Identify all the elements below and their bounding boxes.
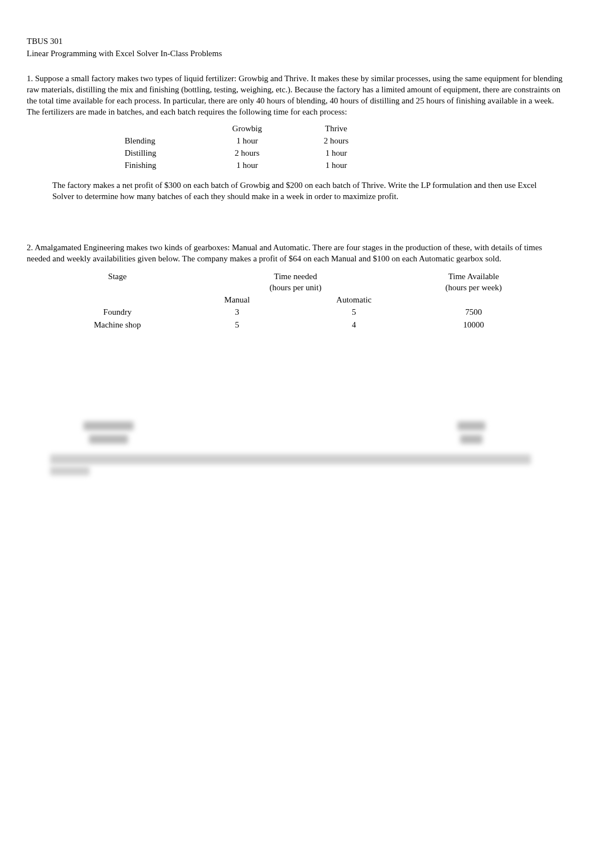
problem-1-followup: The factory makes a net profit of $300 o… — [52, 180, 553, 202]
table-cell-empty — [412, 294, 535, 306]
table-cell: 5 — [296, 306, 412, 318]
table-cell: Machine shop — [56, 319, 179, 331]
problem-1-intro: 1. Suppose a small factory makes two typ… — [27, 73, 564, 118]
table-row: Machine shop 5 4 10000 — [56, 319, 535, 331]
table-subheader-cell: Automatic — [296, 294, 412, 306]
obscured-text — [50, 467, 90, 475]
table-header-row: Growbig Thrive — [119, 122, 381, 135]
table-header-cell: Time Available (hours per week) — [412, 270, 535, 294]
table-cell: 1 hour — [203, 159, 292, 171]
table-cell: 2 hours — [203, 147, 292, 159]
table-row: Blending 1 hour 2 hours — [119, 135, 381, 147]
table-header-cell: Growbig — [203, 122, 292, 135]
table-subheader-cell: Manual — [179, 294, 296, 306]
table-header-cell: Thrive — [292, 122, 381, 135]
problem-1: 1. Suppose a small factory makes two typ… — [27, 73, 564, 202]
table-cell: 10000 — [412, 319, 535, 331]
table-cell: 1 hour — [292, 147, 381, 159]
document-subtitle: Linear Programming with Excel Solver In-… — [27, 48, 564, 59]
problem-2-table: Stage Time needed (hours per unit) Time … — [56, 270, 535, 331]
table-cell: 5 — [179, 319, 296, 331]
obscured-row — [50, 433, 541, 445]
time-needed-label: Time needed — [274, 272, 317, 281]
table-header-cell: Stage — [56, 270, 179, 306]
time-available-sublabel: (hours per week) — [445, 283, 502, 292]
table-header-cell — [119, 122, 203, 135]
course-code: TBUS 301 — [27, 36, 564, 47]
table-cell: 1 hour — [203, 135, 292, 147]
table-cell: Distilling — [119, 147, 203, 159]
obscured-content — [50, 420, 541, 475]
time-available-label: Time Available — [448, 272, 499, 281]
document-header: TBUS 301 Linear Programming with Excel S… — [27, 36, 564, 59]
table-cell: Blending — [119, 135, 203, 147]
table-cell: 1 hour — [292, 159, 381, 171]
table-row: Finishing 1 hour 1 hour — [119, 159, 381, 171]
obscured-row — [50, 420, 541, 432]
obscured-text — [50, 454, 531, 464]
table-cell: 4 — [296, 319, 412, 331]
table-cell: Finishing — [119, 159, 203, 171]
table-cell: 3 — [179, 306, 296, 318]
problem-2: 2. Amalgamated Engineering makes two kin… — [27, 242, 564, 331]
table-cell: Foundry — [56, 306, 179, 318]
table-cell: 2 hours — [292, 135, 381, 147]
time-needed-sublabel: (hours per unit) — [269, 283, 321, 292]
table-row: Foundry 3 5 7500 — [56, 306, 535, 318]
problem-1-table: Growbig Thrive Blending 1 hour 2 hours D… — [119, 122, 381, 172]
table-cell: 7500 — [412, 306, 535, 318]
problem-2-intro: 2. Amalgamated Engineering makes two kin… — [27, 242, 564, 265]
table-row: Distilling 2 hours 1 hour — [119, 147, 381, 159]
table-header-cell: Time needed (hours per unit) — [179, 270, 412, 294]
table-header-row: Stage Time needed (hours per unit) Time … — [56, 270, 535, 294]
